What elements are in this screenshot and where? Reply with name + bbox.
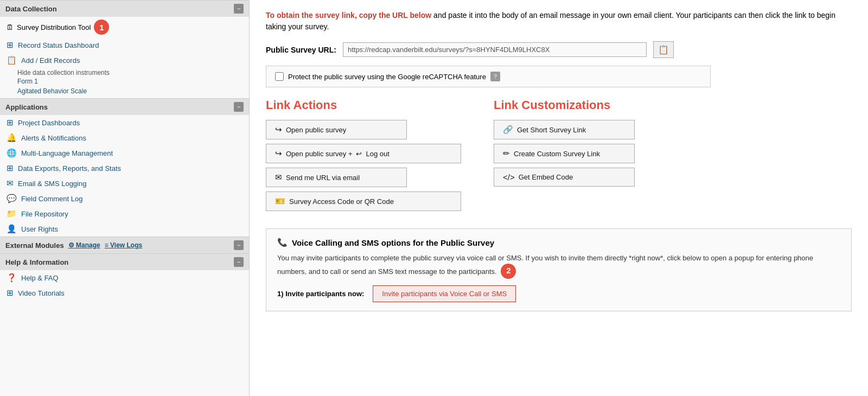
intro-red-text: To obtain the survey link, copy the URL … (266, 11, 431, 20)
collapse-applications-btn[interactable]: − (234, 102, 244, 112)
short-survey-link-label: Get Short Survey Link (517, 126, 586, 134)
hide-instruments-label: Hide data collection instruments (17, 69, 110, 76)
recaptcha-help-icon[interactable]: ? (490, 72, 500, 81)
logout-text-inline: Log out (366, 150, 389, 158)
recaptcha-checkbox[interactable] (275, 72, 284, 81)
data-exports-label: Data Exports, Reports, and Stats (18, 164, 121, 173)
open-survey-icon: ↪ (275, 125, 282, 135)
custom-survey-link-button[interactable]: ✏ Create Custom Survey Link (494, 144, 635, 163)
voice-sms-description: You may invite participants to complete … (277, 253, 840, 279)
sidebar-item-user-rights[interactable]: 👤 User Rights (0, 221, 249, 237)
custom-link-icon: ✏ (503, 149, 510, 158)
survey-url-row: Public Survey URL: 📋 (266, 41, 852, 58)
collapse-external-modules-btn[interactable]: − (234, 240, 244, 250)
alerts-label: Alerts & Notifications (21, 134, 86, 142)
multilang-label: Multi-Language Management (21, 149, 113, 157)
sidebar-item-survey-distribution[interactable]: 🗓 Survey Distribution Tool 1 (0, 17, 249, 37)
send-email-label: Send me URL via email (286, 174, 360, 182)
logout-icon-inline: ↩ (356, 150, 362, 158)
file-repository-label: File Repository (21, 210, 68, 218)
embed-icon: </> (503, 173, 515, 182)
send-email-button[interactable]: ✉ Send me URL via email (266, 168, 407, 187)
sidebar-item-data-exports[interactable]: ⊞ Data Exports, Reports, and Stats (0, 161, 249, 176)
open-logout-icon: ↪ (275, 149, 282, 158)
manage-icon: ⚙ (68, 241, 74, 249)
project-dashboards-icon: ⊞ (7, 118, 14, 127)
collapse-help-btn[interactable]: − (234, 257, 244, 267)
link-actions-section: Link Actions ↪ Open public survey ↪ Open… (266, 98, 461, 215)
help-faq-label: Help & FAQ (21, 274, 59, 282)
field-comment-label: Field Comment Log (21, 195, 82, 203)
custom-survey-link-label: Create Custom Survey Link (514, 150, 600, 158)
open-public-survey-button[interactable]: ↪ Open public survey (266, 120, 407, 139)
access-code-icon: 🎫 (275, 196, 285, 206)
sidebar-item-email-sms[interactable]: ✉ Email & SMS Logging (0, 176, 249, 191)
embed-code-label: Get Embed Code (519, 173, 573, 181)
instrument-links: Hide data collection instruments Form 1 … (0, 68, 249, 98)
sidebar-item-alerts[interactable]: 🔔 Alerts & Notifications (0, 130, 249, 145)
view-logs-link[interactable]: ≡ View Logs (105, 241, 143, 249)
step-badge-1: 1 (94, 20, 109, 35)
help-section: Help & Information − (0, 253, 249, 270)
agitated-behavior-link[interactable]: Agitated Behavior Scale (17, 86, 242, 96)
sidebar-item-file-repository[interactable]: 📁 File Repository (0, 206, 249, 221)
data-exports-icon: ⊞ (7, 163, 14, 173)
form1-link[interactable]: Form 1 (17, 76, 242, 86)
external-modules-label: External Modules (5, 241, 64, 250)
sidebar-item-record-status[interactable]: ⊞ Record Status Dashboard (0, 37, 249, 53)
voice-sms-title-row: 📞 Voice Calling and SMS options for the … (277, 238, 840, 247)
external-modules-section: External Modules ⚙ Manage ≡ View Logs − (0, 237, 249, 253)
embed-code-button[interactable]: </> Get Embed Code (494, 168, 635, 187)
link-customizations-section: Link Customizations 🔗 Get Short Survey L… (494, 98, 635, 215)
email-icon: ✉ (275, 173, 282, 182)
alerts-icon: 🔔 (7, 133, 17, 143)
invite-via-voice-sms-button[interactable]: Invite participants via Voice Call or SM… (373, 285, 516, 302)
invite-label: 1) Invite participants now: (277, 290, 364, 298)
access-code-label: Survey Access Code or QR Code (289, 197, 394, 206)
user-rights-icon: 👤 (7, 224, 17, 234)
applications-section: Applications − (0, 98, 249, 115)
video-tutorials-label: Video Tutorials (18, 289, 65, 297)
add-edit-records-icon: 📋 (7, 55, 17, 65)
sidebar-item-add-edit-records[interactable]: 📋 Add / Edit Records (0, 53, 249, 68)
survey-distribution-icon: 🗓 (7, 23, 14, 31)
sidebar-item-help-faq[interactable]: ❓ Help & FAQ (0, 270, 249, 285)
email-sms-label: Email & SMS Logging (18, 180, 86, 188)
user-rights-label: User Rights (21, 225, 58, 233)
invite-btn-label: Invite participants via Voice Call or SM… (382, 290, 507, 298)
record-status-icon: ⊞ (7, 40, 14, 50)
access-code-button[interactable]: 🎫 Survey Access Code or QR Code (266, 191, 461, 211)
open-logout-label: Open public survey + (286, 150, 352, 158)
voice-sms-section: 📞 Voice Calling and SMS options for the … (266, 228, 852, 311)
short-survey-link-button[interactable]: 🔗 Get Short Survey Link (494, 120, 635, 139)
collapse-data-collection-btn[interactable]: − (234, 4, 244, 14)
link-actions-title: Link Actions (266, 98, 461, 112)
sidebar-item-video-tutorials[interactable]: ⊞ Video Tutorials (0, 285, 249, 301)
step-badge-2: 2 (501, 264, 516, 279)
view-logs-icon: ≡ (105, 241, 108, 249)
external-modules-controls: External Modules ⚙ Manage ≡ View Logs (5, 241, 142, 250)
survey-url-label: Public Survey URL: (266, 46, 336, 54)
help-label: Help & Information (5, 258, 68, 266)
intro-paragraph: To obtain the survey link, copy the URL … (266, 10, 852, 33)
main-content: To obtain the survey link, copy the URL … (250, 0, 868, 396)
sidebar-item-project-dashboards[interactable]: ⊞ Project Dashboards (0, 115, 249, 130)
field-comment-icon: 💬 (7, 194, 17, 203)
invite-row: 1) Invite participants now: Invite parti… (277, 285, 840, 302)
data-collection-section: Data Collection − (0, 0, 249, 17)
phone-icon: 📞 (277, 238, 288, 247)
link-actions-customizations: Link Actions ↪ Open public survey ↪ Open… (266, 98, 852, 215)
video-tutorials-icon: ⊞ (7, 288, 14, 298)
copy-url-button[interactable]: 📋 (653, 41, 674, 58)
record-status-label: Record Status Dashboard (18, 41, 99, 49)
sidebar-item-multilang[interactable]: 🌐 Multi-Language Management (0, 145, 249, 161)
manage-link[interactable]: ⚙ Manage (68, 241, 100, 249)
multilang-icon: 🌐 (7, 148, 17, 158)
file-repository-icon: 📁 (7, 209, 17, 219)
data-collection-label: Data Collection (5, 5, 57, 13)
sidebar-item-field-comment[interactable]: 💬 Field Comment Log (0, 191, 249, 206)
email-sms-icon: ✉ (7, 178, 14, 188)
survey-url-input[interactable] (343, 42, 647, 57)
open-public-logout-button[interactable]: ↪ Open public survey + ↩ Log out (266, 144, 461, 163)
recaptcha-row: Protect the public survey using the Goog… (266, 66, 711, 87)
